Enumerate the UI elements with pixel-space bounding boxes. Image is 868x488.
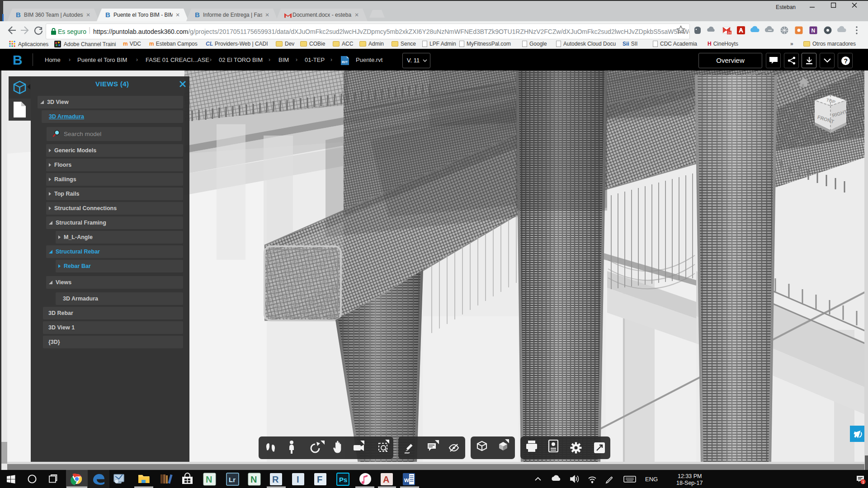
svg-text:B: B (195, 11, 200, 19)
svg-text:F: F (317, 474, 322, 484)
svg-text:18-Sep-17: 18-Sep-17 (676, 480, 703, 486)
svg-text:ENG: ENG (645, 476, 658, 483)
svg-text:w: w (404, 476, 409, 483)
svg-text:B: B (105, 11, 110, 19)
svg-text:12:33 PM: 12:33 PM (678, 473, 702, 479)
svg-text:Lr: Lr (229, 476, 236, 483)
svg-text:1: 1 (862, 480, 864, 484)
svg-text:B: B (16, 11, 21, 19)
svg-text:Ps: Ps (339, 476, 347, 483)
svg-text:?: ? (844, 57, 848, 65)
svg-text:A: A (383, 474, 389, 484)
svg-text:R: R (272, 474, 279, 484)
svg-text:I: I (297, 474, 299, 484)
svg-text:B: B (13, 53, 23, 67)
svg-text:N: N (206, 474, 212, 484)
svg-text:RVT: RVT (342, 61, 348, 64)
svg-text:24: 24 (727, 31, 731, 34)
svg-text:N: N (811, 28, 816, 34)
svg-text:N: N (250, 474, 257, 484)
